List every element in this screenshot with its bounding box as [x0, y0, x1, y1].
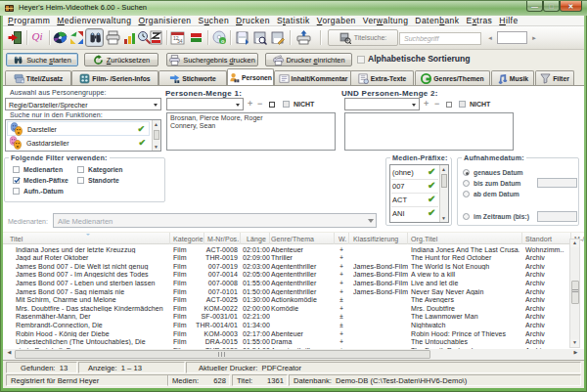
- svg-text:34: 34: [177, 38, 183, 44]
